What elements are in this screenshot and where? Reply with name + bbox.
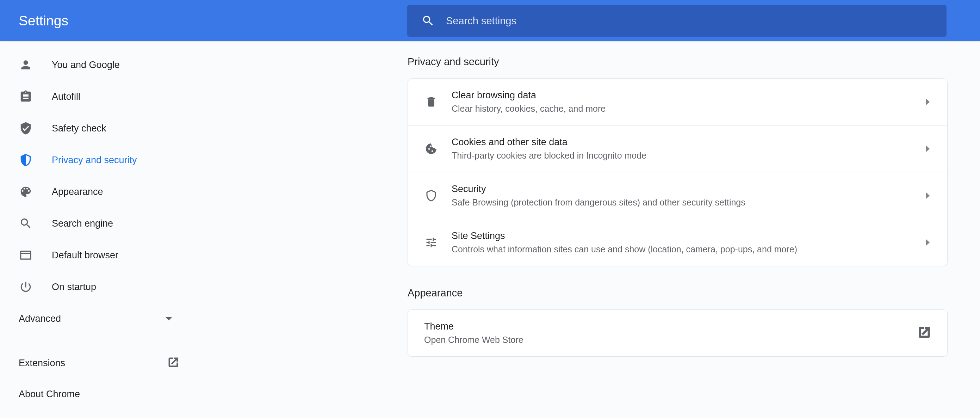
section-title-appearance: Appearance <box>407 287 948 299</box>
open-external-icon <box>167 356 179 370</box>
clipboard-icon <box>19 89 33 104</box>
row-subtitle: Open Chrome Web Store <box>424 335 918 345</box>
sidebar-item-label: Safety check <box>52 123 107 134</box>
sidebar-divider <box>0 341 198 341</box>
sidebar-item-label: You and Google <box>52 59 120 70</box>
search-icon <box>421 14 435 27</box>
sidebar-item-on-startup[interactable]: On startup <box>0 271 198 303</box>
advanced-label: Advanced <box>19 313 61 324</box>
row-title: Cookies and other site data <box>452 137 926 148</box>
row-title: Security <box>452 183 926 195</box>
chevron-right-icon <box>926 192 930 199</box>
sidebar-item-autofill[interactable]: Autofill <box>0 81 198 112</box>
row-subtitle: Safe Browsing (protection from dangerous… <box>452 197 926 207</box>
row-theme[interactable]: Theme Open Chrome Web Store <box>408 310 947 356</box>
cookie-icon <box>424 142 438 156</box>
header-title: Settings <box>19 13 68 29</box>
shield-check-icon <box>19 121 33 136</box>
chevron-right-icon <box>926 99 930 105</box>
main-content: Privacy and security Clear browsing data… <box>198 41 980 418</box>
sidebar-footer-label: Extensions <box>19 358 65 369</box>
sidebar-item-you-and-google[interactable]: You and Google <box>0 49 198 81</box>
sidebar-item-label: Search engine <box>52 218 113 229</box>
row-security[interactable]: Security Safe Browsing (protection from … <box>408 172 947 219</box>
row-title: Site Settings <box>452 230 926 241</box>
power-icon <box>19 280 33 294</box>
header: Settings <box>0 0 980 41</box>
row-subtitle: Controls what information sites can use … <box>452 244 926 254</box>
sidebar-footer-label: About Chrome <box>19 389 80 400</box>
open-external-icon <box>918 325 931 340</box>
person-icon <box>19 58 33 72</box>
sidebar-item-label: Autofill <box>52 91 80 102</box>
chevron-right-icon <box>926 145 930 152</box>
sidebar-footer-about-chrome[interactable]: About Chrome <box>0 378 198 410</box>
sidebar-item-label: On startup <box>52 282 96 292</box>
sidebar-item-search-engine[interactable]: Search engine <box>0 207 198 239</box>
sidebar-footer-extensions[interactable]: Extensions <box>0 348 198 378</box>
sidebar-item-privacy-and-security[interactable]: Privacy and security <box>0 144 198 176</box>
row-subtitle: Clear history, cookies, cache, and more <box>452 104 926 114</box>
palette-icon <box>19 185 33 199</box>
trash-icon <box>424 95 438 109</box>
browser-icon <box>19 248 33 262</box>
sidebar-item-label: Default browser <box>52 250 118 261</box>
chevron-down-icon <box>165 317 172 321</box>
sidebar-item-safety-check[interactable]: Safety check <box>0 112 198 144</box>
card-appearance: Theme Open Chrome Web Store <box>407 310 948 357</box>
sidebar-item-label: Privacy and security <box>52 155 137 166</box>
shield-icon <box>19 153 33 167</box>
chevron-right-icon <box>926 239 930 246</box>
row-subtitle: Third-party cookies are blocked in Incog… <box>452 150 926 161</box>
row-cookies-and-other-site-data[interactable]: Cookies and other site data Third-party … <box>408 125 947 172</box>
advanced-toggle[interactable]: Advanced <box>0 303 198 335</box>
sidebar-item-default-browser[interactable]: Default browser <box>0 239 198 271</box>
section-title-privacy-and-security: Privacy and security <box>407 56 948 68</box>
row-site-settings[interactable]: Site Settings Controls what information … <box>408 219 947 266</box>
search-input[interactable] <box>446 15 932 27</box>
row-title: Clear browsing data <box>452 90 926 101</box>
search-box[interactable] <box>407 5 947 37</box>
sidebar-item-label: Appearance <box>52 187 103 197</box>
row-title: Theme <box>424 321 918 332</box>
sidebar: You and Google Autofill Safety check Pri… <box>0 41 198 418</box>
row-clear-browsing-data[interactable]: Clear browsing data Clear history, cooki… <box>408 78 947 125</box>
card-privacy-and-security: Clear browsing data Clear history, cooki… <box>407 78 948 266</box>
shield-outline-icon <box>424 188 438 203</box>
tune-icon <box>424 235 438 249</box>
sidebar-item-appearance[interactable]: Appearance <box>0 176 198 207</box>
search-icon <box>19 216 33 230</box>
